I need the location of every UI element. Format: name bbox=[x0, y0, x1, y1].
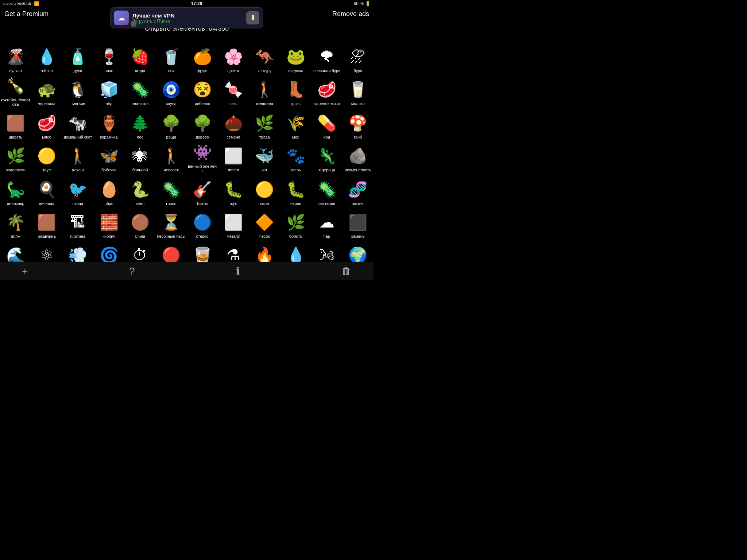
list-item[interactable]: 🌿трава bbox=[249, 108, 280, 141]
list-item[interactable]: 🌾мох bbox=[280, 108, 311, 141]
list-item[interactable]: 🌋вулкан bbox=[0, 42, 31, 74]
list-item[interactable]: 🌿водоросли bbox=[0, 141, 31, 174]
list-item[interactable]: ⛈буря bbox=[342, 42, 374, 74]
list-item[interactable]: 🧿сауна bbox=[156, 74, 187, 107]
list-item[interactable]: 🍷вино bbox=[93, 42, 124, 74]
item-icon: 🔶 bbox=[252, 211, 277, 233]
list-item[interactable]: ☁пар bbox=[311, 207, 342, 240]
list-item[interactable]: 🍄гриб bbox=[342, 108, 374, 141]
list-item[interactable]: 🚶алкаш bbox=[62, 141, 93, 174]
list-item[interactable]: 🐢черепаха bbox=[31, 74, 62, 107]
list-item[interactable]: 🐛жук bbox=[218, 174, 249, 207]
list-item[interactable]: 🦕динозавр bbox=[0, 174, 31, 207]
list-item[interactable]: 🟡труп bbox=[31, 141, 62, 174]
list-item[interactable]: 🔵стекло bbox=[187, 207, 218, 240]
list-item[interactable]: 🌳дерево bbox=[187, 108, 218, 141]
list-item[interactable]: 🥩жареное мясо bbox=[311, 74, 342, 107]
list-item[interactable]: ⬜металл bbox=[218, 207, 249, 240]
list-item[interactable]: 🐧пингвин bbox=[62, 74, 93, 107]
item-label: жизнь bbox=[352, 201, 363, 206]
list-item[interactable]: 🟡сера bbox=[249, 174, 280, 207]
list-item[interactable]: 🚶человек bbox=[156, 141, 187, 174]
list-item[interactable]: 🍊фрукт bbox=[187, 42, 218, 74]
list-item[interactable]: 🎸Битлз bbox=[187, 174, 218, 207]
info-button[interactable]: ℹ bbox=[236, 265, 240, 277]
list-item[interactable]: ⬜пепел bbox=[218, 141, 249, 174]
list-item[interactable]: 👾венный элемент bbox=[187, 141, 218, 174]
list-item[interactable]: 🪨окаменелость bbox=[342, 141, 374, 174]
list-item[interactable]: 🥛молоко bbox=[342, 74, 374, 107]
list-item[interactable]: ⬛камень bbox=[342, 207, 374, 240]
list-item[interactable]: 🦘кенгуру bbox=[249, 42, 280, 74]
list-item[interactable]: 🐛червь bbox=[280, 174, 311, 207]
item-icon: 🧴 bbox=[65, 46, 90, 68]
status-left: ○○○○○ Билайн 📶 bbox=[3, 1, 39, 6]
list-item[interactable]: 🦠планктон bbox=[124, 74, 155, 107]
list-item[interactable]: 🐦птица bbox=[62, 174, 93, 207]
list-item[interactable]: 🚶женщина bbox=[249, 74, 280, 107]
ad-download-button[interactable]: ⬇ bbox=[246, 11, 259, 24]
list-item[interactable]: 😵ребенок bbox=[187, 74, 218, 107]
remove-ads-button[interactable]: Remove ads bbox=[332, 10, 369, 18]
list-item[interactable]: 🐍змея bbox=[124, 174, 155, 207]
list-item[interactable]: 🐾зверь bbox=[280, 141, 311, 174]
ad-icon: ☁ bbox=[114, 11, 129, 25]
list-item[interactable]: 🕷больной bbox=[124, 141, 155, 174]
item-icon: 🚶 bbox=[158, 145, 184, 167]
item-icon: 🧿 bbox=[158, 79, 184, 101]
item-label: семена bbox=[227, 135, 240, 139]
list-item[interactable]: 💊йод bbox=[311, 108, 342, 141]
list-item[interactable]: 🐳кит bbox=[249, 141, 280, 174]
list-item[interactable]: 🦎ящерица bbox=[311, 141, 342, 174]
list-item[interactable]: 🌲лес bbox=[124, 108, 155, 141]
item-icon: 💊 bbox=[314, 112, 340, 134]
list-item[interactable]: 👢грязь bbox=[280, 74, 311, 107]
list-item[interactable]: 🦠грипп bbox=[156, 174, 187, 207]
list-item[interactable]: 🌿болото bbox=[280, 207, 311, 240]
list-item[interactable]: 🧊лёд bbox=[93, 74, 124, 107]
item-label: роща bbox=[166, 135, 176, 139]
ad-text: Лучше чем VPN Загрузить с iTunes bbox=[132, 12, 243, 24]
list-item[interactable]: 🟤глина bbox=[124, 207, 155, 240]
trash-button[interactable]: 🗑 bbox=[341, 265, 352, 277]
item-label: кит bbox=[262, 168, 267, 172]
list-item[interactable]: 🌸цветок bbox=[218, 42, 249, 74]
battery-icon: 🔋 bbox=[365, 1, 371, 6]
list-item[interactable]: 🍓ягода bbox=[124, 42, 155, 74]
status-right: 60 % 🔋 bbox=[354, 1, 371, 6]
help-button[interactable]: ? bbox=[129, 265, 135, 277]
list-item[interactable]: 🍳яичница bbox=[31, 174, 62, 207]
list-item[interactable]: 🌪песчаная буря bbox=[311, 42, 342, 74]
list-item[interactable]: 🏗плотина bbox=[62, 207, 93, 240]
add-button[interactable]: + bbox=[22, 265, 28, 277]
list-item[interactable]: 🦠бактерии bbox=[311, 174, 342, 207]
grid-row: 🦕динозавр🍳яичница🐦птица🥚яйцо🐍змея🦠грипп🎸… bbox=[0, 174, 374, 207]
list-item[interactable]: 🍾коктейль Молотова bbox=[0, 74, 31, 108]
list-item[interactable]: 🥩мясо bbox=[31, 108, 62, 141]
list-item[interactable]: 💧гейзер bbox=[31, 42, 62, 74]
item-label: бактерии bbox=[318, 201, 336, 206]
list-item[interactable]: 🏺керамика bbox=[93, 108, 124, 141]
list-item[interactable]: ⏳песочные часы bbox=[156, 207, 187, 240]
item-label: планктон bbox=[132, 101, 149, 106]
item-label: труп bbox=[43, 168, 51, 172]
list-item[interactable]: 🔶песок bbox=[249, 207, 280, 240]
list-item[interactable]: 🟫ржавчина bbox=[31, 207, 62, 240]
list-item[interactable]: 🧴духи bbox=[62, 42, 93, 74]
list-item[interactable]: 🌳роща bbox=[156, 108, 187, 141]
list-item[interactable]: 🐄домашний скот bbox=[62, 108, 93, 141]
list-item[interactable]: 🧱кирпич bbox=[93, 207, 124, 240]
list-item[interactable]: 🥤сок bbox=[156, 42, 187, 74]
ad-banner[interactable]: ☁ Лучше чем VPN Загрузить с iTunes ⬇ ⓘ bbox=[110, 7, 263, 28]
list-item[interactable]: 🧬жизнь bbox=[342, 174, 374, 207]
list-item[interactable]: 🍬секс bbox=[218, 74, 249, 107]
list-item[interactable]: 🌰семена bbox=[218, 108, 249, 141]
list-item[interactable]: 🐸лягушка bbox=[280, 42, 311, 74]
list-item[interactable]: 🟫шерсть bbox=[0, 108, 31, 141]
item-icon: 👾 bbox=[190, 141, 215, 163]
list-item[interactable]: 🌴пляж bbox=[0, 207, 31, 240]
premium-button[interactable]: Get a Premium bbox=[4, 10, 49, 18]
item-icon: 😵 bbox=[190, 79, 215, 101]
list-item[interactable]: 🦋бабочка bbox=[93, 141, 124, 174]
list-item[interactable]: 🥚яйцо bbox=[93, 174, 124, 207]
